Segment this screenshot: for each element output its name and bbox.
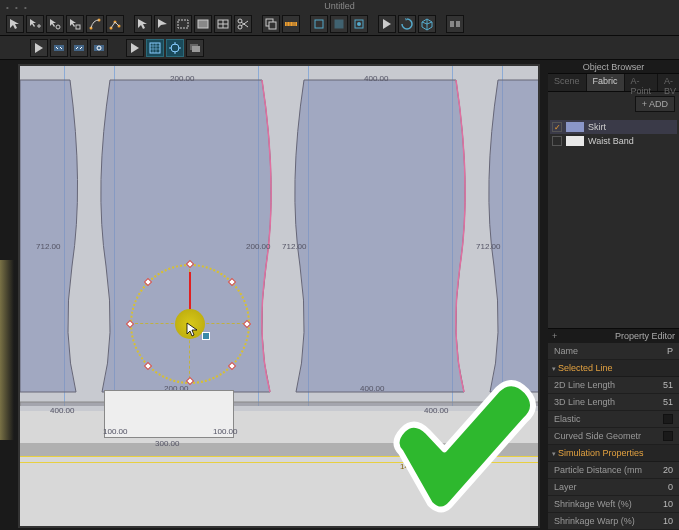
fabric-swatch [566,122,584,132]
tool2-uv-c[interactable] [90,39,108,57]
viewport-2d[interactable]: 200.00 400.00 712.00 200.00 712.00 712.0… [18,64,540,528]
property-editor-title: Property Editor [615,331,675,341]
tree-item-label: Waist Band [588,136,634,146]
tool-snap-a[interactable] [310,15,328,33]
tool2-uv-b[interactable] [70,39,88,57]
tool-tape[interactable] [282,15,300,33]
prop-label: Name [554,346,578,356]
tool-rect-dash[interactable] [174,15,192,33]
dim-label: 200.00 [170,74,194,83]
tool-cursor-lasso[interactable] [46,15,64,33]
guide-line [258,66,259,406]
tab-abv[interactable]: A-BV [658,74,679,91]
secondary-toolbar [0,36,679,60]
dim-label: 200.00 [246,242,270,251]
tool2-uv-a[interactable] [50,39,68,57]
prop-label: Elastic [554,414,581,424]
svg-point-26 [171,44,179,52]
svg-rect-13 [269,22,276,29]
tool2-grid-toggle[interactable] [146,39,164,57]
prop-value[interactable]: 0 [668,482,673,492]
property-editor: + Property Editor Name P Selected Line 2… [548,328,679,530]
tool-rect-break[interactable] [446,15,464,33]
tree-item-skirt[interactable]: ✓ Skirt [550,120,677,134]
svg-rect-16 [335,20,343,28]
transform-gizmo[interactable] [130,264,250,384]
check-icon[interactable]: ✓ [552,122,562,132]
tool2-play[interactable] [30,39,48,57]
prop-checkbox[interactable] [663,414,673,424]
prop-value[interactable]: P [667,346,673,356]
tool-run[interactable] [378,15,396,33]
viewport-container: 200.00 400.00 712.00 200.00 712.00 712.0… [0,60,548,530]
tool-rect-solid[interactable] [194,15,212,33]
browser-tabs: Scene Fabric A-Point A-BV [548,74,679,92]
svg-rect-28 [192,46,200,52]
prop-value[interactable]: 20 [663,465,673,475]
dim-label: 400.00 [424,406,448,415]
prop-section-simulation[interactable]: Simulation Properties [548,445,679,462]
tab-apoint[interactable]: A-Point [625,74,659,91]
svg-rect-21 [54,45,64,51]
tool-cursor-plus[interactable] [26,15,44,33]
prop-label: Layer [554,482,577,492]
selection-rect[interactable]: 100.00 100.00 300.00 [104,390,234,438]
tool-copy[interactable] [262,15,280,33]
tool2-crosshair[interactable] [166,39,184,57]
left-edge-glow [0,260,14,440]
svg-rect-7 [178,20,188,28]
prop-label: Curved Side Geometr [554,431,641,441]
prop-label: 2D Line Length [554,380,615,390]
prop-value[interactable]: 51 [663,380,673,390]
svg-point-0 [56,25,60,29]
tool-snap-b[interactable] [330,15,348,33]
prop-label: 3D Line Length [554,397,615,407]
tool-cursor[interactable] [6,15,24,33]
tool-path-add[interactable] [106,15,124,33]
dim-label: 400.00 [364,74,388,83]
prop-row: Curved Side Geometr [548,428,679,445]
object-tree: ✓ Skirt Waist Band [548,116,679,152]
prop-row: Elastic [548,411,679,428]
prop-value[interactable]: 10 [663,499,673,509]
guide-line [64,66,65,406]
tool-cursor-poly[interactable] [66,15,84,33]
tool-cube[interactable] [418,15,436,33]
prop-checkbox[interactable] [663,431,673,441]
tab-fabric[interactable]: Fabric [587,74,625,91]
svg-point-18 [357,22,361,26]
prop-row-name: Name P [548,343,679,360]
tool-rect-grid[interactable] [214,15,232,33]
svg-rect-25 [150,43,160,53]
tree-item-waistband[interactable]: Waist Band [550,134,677,148]
measure-line [20,462,538,463]
window-menu-dots: • • • [6,3,29,12]
object-browser-title: Object Browser [583,62,645,72]
tool-cursor-alt[interactable] [154,15,172,33]
dim-label: 712.00 [476,242,500,251]
add-button[interactable]: + ADD [635,96,675,112]
svg-rect-19 [450,21,454,27]
check-icon[interactable] [552,136,562,146]
tool-refresh[interactable] [398,15,416,33]
tool-path-edit[interactable] [86,15,104,33]
prop-row: 2D Line Length 51 [548,377,679,394]
gizmo-scale-handle[interactable] [202,332,210,340]
tab-scene[interactable]: Scene [548,74,587,91]
prop-section-selected-line[interactable]: Selected Line [548,360,679,377]
tool2-play-2[interactable] [126,39,144,57]
prop-label: Shrinkage Weft (%) [554,499,632,509]
prop-row: 3D Line Length 51 [548,394,679,411]
dim-label: 712.00 [36,242,60,251]
object-browser-header: Object Browser [548,60,679,74]
tool-scissors[interactable] [234,15,252,33]
prop-value[interactable]: 51 [663,397,673,407]
tool2-layers[interactable] [186,39,204,57]
expand-icon[interactable]: + [552,331,557,341]
tool-node[interactable] [134,15,152,33]
prop-value[interactable]: 10 [663,516,673,526]
tool-snap-c[interactable] [350,15,368,33]
title-bar: • • • Untitled [0,0,679,12]
document-title: Untitled [324,1,355,11]
viewport-background [20,66,538,526]
